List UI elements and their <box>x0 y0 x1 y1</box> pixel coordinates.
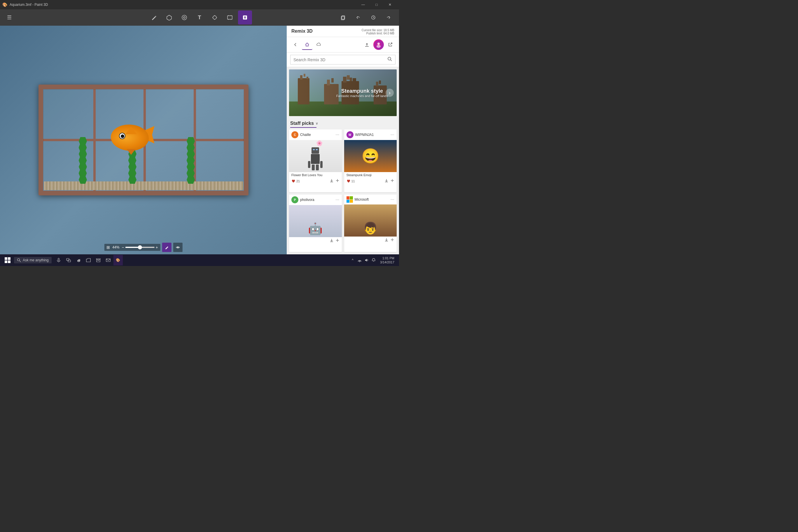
svg-point-2 <box>184 17 185 18</box>
back-button[interactable] <box>290 39 301 50</box>
card-more-1[interactable]: ··· <box>336 132 339 137</box>
paint3d-icon: 🎨 <box>116 258 120 262</box>
taskbar-task-view[interactable] <box>64 255 73 265</box>
history-button[interactable] <box>366 11 380 24</box>
card-pholivora[interactable]: P pholivora ··· 🤖 <box>289 194 342 252</box>
zoom-slider[interactable] <box>126 247 155 248</box>
taskbar-store[interactable] <box>94 255 103 265</box>
minimize-button[interactable]: — <box>356 0 370 10</box>
clock-time: 1:01 PM <box>380 256 394 260</box>
win-quad-3 <box>5 261 7 263</box>
svg-rect-4 <box>228 16 232 19</box>
card-image-3[interactable]: 🤖 <box>289 205 342 237</box>
start-button[interactable] <box>2 255 13 265</box>
paste-button[interactable] <box>336 11 350 24</box>
zoom-plus[interactable]: + <box>156 245 158 250</box>
back-icon <box>293 42 298 47</box>
tray-volume[interactable] <box>364 255 369 265</box>
seaweed-1 <box>79 137 87 182</box>
add-icon-3 <box>336 238 340 242</box>
stickers-tool[interactable] <box>177 11 191 24</box>
window-title: Aquarium.3mf - Paint 3D <box>10 3 48 7</box>
card-image-4[interactable]: 👦 <box>344 205 397 236</box>
effects-tool[interactable] <box>208 11 222 24</box>
card-image-1[interactable]: 🌸 <box>289 140 342 172</box>
eye-tool-btn[interactable] <box>173 243 183 252</box>
card-image-2[interactable]: 😄 <box>344 140 397 172</box>
paint-tool-btn[interactable] <box>162 243 171 252</box>
remix-nav-buttons <box>290 39 324 50</box>
brush-tool[interactable] <box>147 11 161 24</box>
card-steampunk-emoji[interactable]: W WIPNINJA1 ··· 😄 Steampunk Emoji <box>344 130 397 192</box>
canvas-area[interactable]: ⊞ 44% − + <box>0 26 287 254</box>
search-input-wrap[interactable] <box>290 55 396 64</box>
staff-picks-chevron[interactable]: ∨ <box>316 121 318 126</box>
taskbar-explorer[interactable] <box>84 255 93 265</box>
download-icon-1 <box>329 178 334 183</box>
active-remix-tool[interactable] <box>238 11 252 24</box>
staff-picks-header: Staff picks ∨ <box>287 118 399 127</box>
publish-limit-label: Publish limit: 64.0 MB <box>362 32 394 35</box>
network-icon <box>358 258 362 262</box>
add-btn-4[interactable] <box>390 238 394 243</box>
search-input[interactable] <box>293 57 387 62</box>
zoom-controls: ⊞ 44% − + <box>104 244 160 251</box>
taskbar-cortana[interactable] <box>54 255 63 265</box>
heart-icon-2 <box>346 179 350 183</box>
tray-expand[interactable]: ^ <box>350 255 356 265</box>
zoom-minus[interactable]: − <box>121 245 124 250</box>
frame-icon[interactable]: ⊞ <box>107 245 110 250</box>
close-button[interactable]: ✕ <box>383 0 397 10</box>
search-button[interactable] <box>387 57 392 62</box>
user-avatar[interactable] <box>373 39 384 50</box>
hero-banner[interactable]: Steampunk style Fantastic machines and f… <box>289 70 397 116</box>
card-more-3[interactable]: ··· <box>336 197 339 203</box>
card-more-2[interactable]: ··· <box>391 132 394 137</box>
download-btn-3[interactable] <box>329 238 334 243</box>
add-btn-2[interactable] <box>390 178 394 184</box>
undo-button[interactable] <box>351 11 365 24</box>
store-icon <box>96 258 101 263</box>
add-btn-3[interactable] <box>336 238 340 243</box>
cloud-button[interactable] <box>314 39 324 50</box>
tray-network[interactable] <box>357 255 363 265</box>
tray-notifications[interactable] <box>371 255 377 265</box>
taskbar-search[interactable]: Ask me anything <box>14 257 52 263</box>
card-flower-bot[interactable]: C Chaille ··· <box>289 130 342 192</box>
title-bar: 🎨 Aquarium.3mf - Paint 3D — □ ✕ <box>0 0 399 10</box>
system-clock[interactable]: 1:01 PM 3/14/2017 <box>378 256 397 265</box>
maximize-button[interactable]: □ <box>370 0 383 10</box>
taskbar-paint3d[interactable]: 🎨 <box>113 255 123 265</box>
text-icon: T <box>198 15 201 21</box>
home-button[interactable] <box>302 39 312 50</box>
zoom-thumb[interactable] <box>138 245 142 249</box>
clock-date: 3/14/2017 <box>380 260 394 264</box>
redo-button[interactable] <box>381 11 396 24</box>
remix-action-buttons <box>362 39 396 50</box>
hero-next-button[interactable]: › <box>385 89 394 97</box>
seaweed-3 <box>187 137 195 182</box>
taskbar-mail[interactable] <box>103 255 113 265</box>
add-icon-4 <box>390 238 394 242</box>
person-figure: 👦 <box>344 205 397 236</box>
menu-button[interactable]: ☰ <box>2 11 16 24</box>
svg-rect-47 <box>58 258 59 261</box>
hero-title: Steampunk style <box>336 88 388 94</box>
canvas-tool[interactable] <box>223 11 237 24</box>
remix-scroll-area[interactable]: Steampunk style Fantastic machines and f… <box>287 67 399 254</box>
add-btn-1[interactable] <box>336 178 340 184</box>
card-likes-1: 21 <box>291 179 300 183</box>
download-btn-1[interactable] <box>329 178 334 184</box>
upload-button[interactable] <box>362 39 372 50</box>
art-display: 🤖 <box>308 222 323 236</box>
download-btn-2[interactable] <box>384 178 388 184</box>
card-title-2: Steampunk Emoji <box>344 172 397 177</box>
card-microsoft[interactable]: Microsoft ··· 👦 <box>344 194 397 252</box>
card-more-4[interactable]: ··· <box>391 197 394 202</box>
3d-shapes-tool[interactable] <box>162 11 176 24</box>
fish-fin-top <box>126 127 137 134</box>
download-btn-4[interactable] <box>384 238 388 243</box>
taskbar-edge[interactable] <box>74 255 83 265</box>
open-external-button[interactable] <box>385 39 396 50</box>
text-tool[interactable]: T <box>192 11 207 24</box>
